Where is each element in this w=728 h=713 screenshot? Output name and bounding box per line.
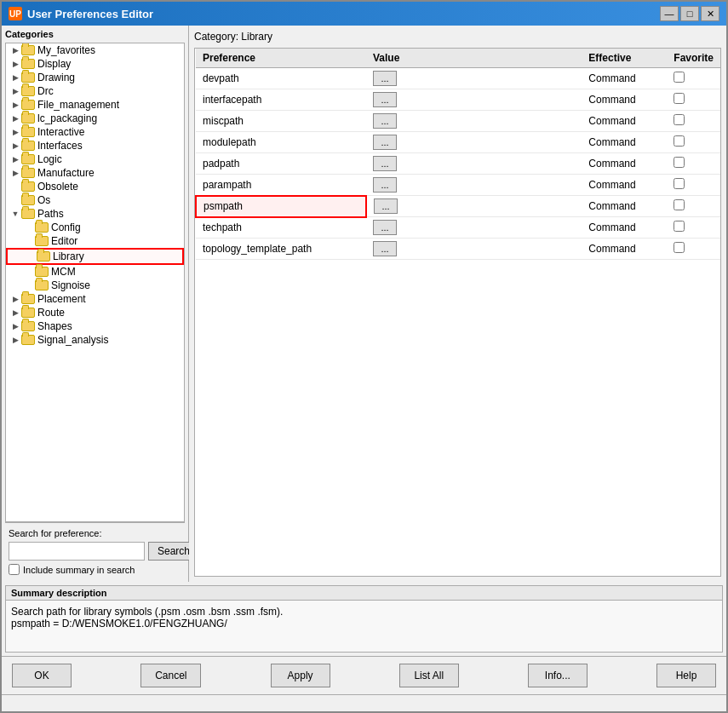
expander-obsolete[interactable] (9, 181, 21, 193)
table-row[interactable]: miscpath...Command (196, 111, 720, 132)
tree-item-mcm[interactable]: MCM (6, 265, 184, 279)
value-cell[interactable]: ... (366, 111, 434, 132)
value-button[interactable]: ... (373, 71, 397, 86)
table-row[interactable]: padpath...Command (196, 153, 720, 175)
expander-drawing[interactable]: ▶ (9, 72, 21, 83)
favorite-cell[interactable] (667, 239, 720, 260)
value-cell[interactable]: ... (366, 196, 434, 217)
table-row[interactable]: devpath...Command (196, 68, 720, 89)
tree-item-os[interactable]: Os (6, 193, 184, 207)
tree-item-signal_analysis[interactable]: ▶Signal_analysis (6, 333, 184, 347)
ok-button[interactable]: OK (12, 664, 72, 687)
apply-button[interactable]: Apply (271, 664, 330, 687)
value-button[interactable]: ... (373, 92, 397, 107)
expander-paths[interactable]: ▼ (9, 208, 21, 220)
include-summary-checkbox[interactable] (9, 564, 20, 575)
expander-logic[interactable]: ▶ (9, 153, 21, 165)
favorite-cell[interactable] (667, 175, 720, 196)
favorite-cell[interactable] (667, 89, 720, 111)
value-cell[interactable]: ... (366, 239, 434, 260)
expander-editor[interactable] (23, 235, 35, 247)
table-row[interactable]: parampath...Command (196, 175, 720, 196)
expander-mcm[interactable] (23, 266, 35, 278)
favorite-checkbox[interactable] (674, 72, 685, 83)
expander-config[interactable] (23, 221, 35, 233)
value-cell[interactable]: ... (366, 153, 434, 175)
list-all-button[interactable]: List All (399, 664, 459, 687)
tree-item-route[interactable]: ▶Route (6, 306, 184, 319)
maximize-button[interactable]: □ (680, 6, 699, 21)
table-row[interactable]: psmpath...Command (196, 196, 720, 217)
tree-item-config[interactable]: Config (6, 221, 184, 234)
tree-item-library[interactable]: Library (6, 248, 184, 265)
value-button[interactable]: ... (373, 113, 397, 129)
minimize-button[interactable]: — (660, 6, 679, 21)
value-cell[interactable]: ... (366, 217, 434, 239)
value-button[interactable]: ... (374, 198, 398, 214)
tree-item-display[interactable]: ▶Display (6, 57, 184, 71)
table-row[interactable]: topology_template_path...Command (196, 239, 720, 260)
help-button[interactable]: Help (656, 664, 716, 687)
favorite-checkbox[interactable] (674, 221, 685, 232)
expander-file_management[interactable]: ▶ (9, 99, 21, 111)
value-button[interactable]: ... (373, 177, 397, 193)
value-button[interactable]: ... (373, 220, 397, 235)
tree-item-drc[interactable]: ▶Drc (6, 84, 184, 98)
favorite-checkbox[interactable] (674, 135, 685, 147)
expander-library[interactable] (25, 250, 37, 262)
search-input[interactable] (9, 542, 145, 561)
favorite-cell[interactable] (667, 217, 720, 239)
tree-item-file_management[interactable]: ▶File_management (6, 98, 184, 112)
tree-item-drawing[interactable]: ▶Drawing (6, 71, 184, 84)
value-cell[interactable]: ... (366, 175, 434, 196)
expander-shapes[interactable]: ▶ (9, 320, 21, 332)
tree-item-paths[interactable]: ▼Paths (6, 207, 184, 221)
expander-manufacture[interactable]: ▶ (9, 167, 21, 179)
favorite-checkbox[interactable] (674, 157, 685, 168)
expander-route[interactable]: ▶ (9, 307, 21, 319)
tree-container[interactable]: ▶My_favorites▶Display▶Drawing▶Drc▶File_m… (5, 43, 185, 522)
tree-item-obsolete[interactable]: Obsolete (6, 180, 184, 193)
favorite-checkbox[interactable] (674, 242, 685, 253)
favorite-checkbox[interactable] (674, 114, 685, 125)
expander-placement[interactable]: ▶ (9, 293, 21, 305)
close-button[interactable]: ✕ (701, 6, 719, 21)
value-button[interactable]: ... (373, 241, 397, 256)
expander-my_favorites[interactable]: ▶ (9, 44, 21, 56)
info-button[interactable]: Info... (528, 664, 588, 687)
tree-item-shapes[interactable]: ▶Shapes (6, 319, 184, 333)
expander-signoise[interactable] (23, 279, 35, 291)
value-button[interactable]: ... (373, 135, 397, 150)
cancel-button[interactable]: Cancel (140, 664, 201, 687)
value-cell[interactable]: ... (366, 68, 434, 89)
favorite-checkbox[interactable] (674, 199, 685, 210)
favorite-cell[interactable] (667, 111, 720, 132)
expander-os[interactable] (9, 194, 21, 206)
table-row[interactable]: modulepath...Command (196, 132, 720, 153)
favorite-checkbox[interactable] (674, 93, 685, 104)
tree-item-signoise[interactable]: Signoise (6, 279, 184, 292)
favorite-cell[interactable] (667, 68, 720, 89)
tree-item-my_favorites[interactable]: ▶My_favorites (6, 43, 184, 57)
value-cell[interactable]: ... (366, 89, 434, 111)
favorite-checkbox[interactable] (674, 178, 685, 189)
expander-interactive[interactable]: ▶ (9, 126, 21, 138)
expander-signal_analysis[interactable]: ▶ (9, 334, 21, 346)
tree-item-interfaces[interactable]: ▶Interfaces (6, 139, 184, 152)
tree-item-lc_packaging[interactable]: ▶lc_packaging (6, 112, 184, 125)
value-button[interactable]: ... (373, 156, 397, 171)
tree-item-placement[interactable]: ▶Placement (6, 292, 184, 306)
tree-item-interactive[interactable]: ▶Interactive (6, 125, 184, 139)
favorite-cell[interactable] (667, 132, 720, 153)
table-row[interactable]: interfacepath...Command (196, 89, 720, 111)
table-row[interactable]: techpath...Command (196, 217, 720, 239)
favorite-cell[interactable] (667, 196, 720, 217)
tree-item-manufacture[interactable]: ▶Manufacture (6, 166, 184, 180)
expander-lc_packaging[interactable]: ▶ (9, 112, 21, 124)
expander-display[interactable]: ▶ (9, 58, 21, 70)
tree-item-editor[interactable]: Editor (6, 234, 184, 248)
favorite-cell[interactable] (667, 153, 720, 175)
tree-item-logic[interactable]: ▶Logic (6, 152, 184, 166)
expander-drc[interactable]: ▶ (9, 85, 21, 97)
expander-interfaces[interactable]: ▶ (9, 140, 21, 152)
